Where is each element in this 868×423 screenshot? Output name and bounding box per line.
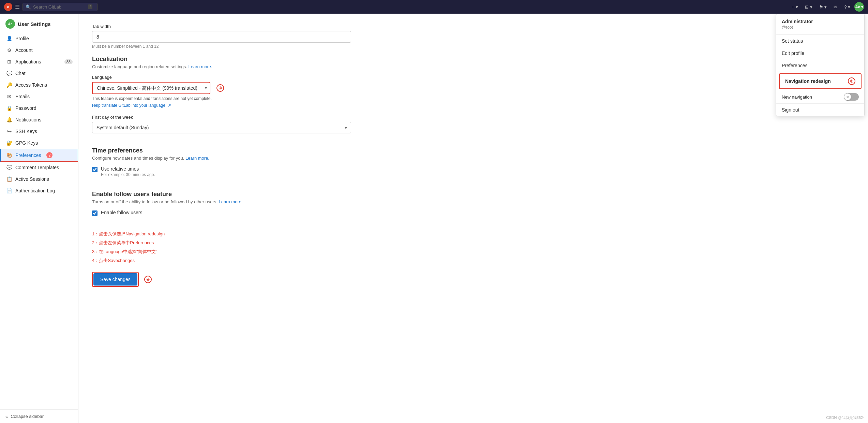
preferences-sidebar-icon: 🎨 bbox=[6, 152, 12, 158]
new-navigation-label: New navigation bbox=[782, 94, 812, 100]
sidebar-item-password[interactable]: 🔒 Password bbox=[0, 102, 78, 114]
help-button[interactable]: ? ▾ bbox=[841, 3, 853, 11]
sidebar-item-notifications[interactable]: 🔔 Notifications bbox=[0, 114, 78, 126]
active-sessions-icon: 📋 bbox=[6, 176, 12, 182]
sidebar-item-access-tokens[interactable]: 🔑 Access Tokens bbox=[0, 79, 78, 91]
save-changes-button[interactable]: Save changes bbox=[93, 273, 137, 286]
sidebar-item-applications-label: Applications bbox=[15, 59, 41, 64]
svg-text:G: G bbox=[7, 5, 9, 9]
tab-width-input[interactable] bbox=[92, 31, 351, 43]
emails-icon: ✉ bbox=[6, 94, 12, 99]
language-select-wrapper: Chinese, Simplified - 简体中文 (99% translat… bbox=[92, 82, 210, 94]
first-day-form-group: First day of the week System default (Su… bbox=[92, 115, 854, 133]
collapse-sidebar-label: Collapse sidebar bbox=[11, 414, 44, 419]
dropdown-header: Administrator @root bbox=[776, 14, 864, 35]
time-preferences-title: Time preferences bbox=[92, 147, 854, 154]
top-navigation: G ☰ 🔍 / + ▾ ⊞ ▾ ⚑ ▾ ✉ ? ▾ Ac ▾ bbox=[0, 0, 868, 14]
sidebar-item-authentication-log-label: Authentication Log bbox=[15, 188, 55, 193]
follow-users-desc: Turns on or off the ability to follow or… bbox=[92, 199, 854, 204]
toggle-knob: ✕ bbox=[844, 93, 851, 100]
sidebar-item-applications[interactable]: ⊞ Applications 88 bbox=[0, 56, 78, 68]
follow-users-section: Enable follow users feature Turns on or … bbox=[92, 191, 854, 216]
language-select[interactable]: Chinese, Simplified - 简体中文 (99% translat… bbox=[92, 82, 210, 94]
time-preferences-learn-more[interactable]: Learn more. bbox=[185, 156, 209, 161]
instructions-block: 1：点击头像选择Navigation redesign 2：点击左侧菜单中Pre… bbox=[92, 230, 854, 265]
sidebar-item-emails[interactable]: ✉ Emails bbox=[0, 91, 78, 102]
sidebar-item-password-label: Password bbox=[15, 105, 36, 111]
ssh-keys-icon: 🗝 bbox=[6, 129, 12, 134]
sidebar-item-ssh-keys-label: SSH Keys bbox=[15, 129, 37, 134]
follow-users-checkbox[interactable] bbox=[92, 210, 98, 216]
annotation-4: ④ bbox=[144, 276, 152, 283]
user-avatar-button[interactable]: Ac ▾ bbox=[854, 2, 864, 12]
search-icon: 🔍 bbox=[26, 4, 31, 10]
localization-title: Localization bbox=[92, 56, 854, 63]
preferences-red-badge: 2 bbox=[46, 152, 53, 158]
sidebar-item-authentication-log[interactable]: 📄 Authentication Log bbox=[0, 185, 78, 196]
sidebar-item-account[interactable]: ⚙ Account bbox=[0, 44, 78, 56]
search-box[interactable]: 🔍 / bbox=[23, 3, 98, 11]
first-day-select[interactable]: System default (Sunday) Monday Saturday … bbox=[92, 122, 351, 133]
admin-name: Administrator bbox=[782, 19, 859, 24]
watermark: CSDN @我就是我352· bbox=[826, 415, 864, 420]
sidebar-item-gpg-keys[interactable]: 🔐 GPG Keys bbox=[0, 137, 78, 149]
issues-button[interactable]: ⊞ ▾ bbox=[802, 3, 815, 11]
translate-link[interactable]: Help translate GitLab into your language bbox=[92, 103, 165, 108]
sidebar-item-comment-templates[interactable]: 💬 Comment Templates bbox=[0, 162, 78, 173]
instruction-line-4: 4：点击Savechanges bbox=[92, 256, 854, 265]
sidebar-item-ssh-keys[interactable]: 🗝 SSH Keys bbox=[0, 126, 78, 137]
sidebar: Ac User Settings 👤 Profile ⚙ Account ⊞ A… bbox=[0, 14, 78, 423]
new-navigation-toggle-row: New navigation ✕ bbox=[776, 90, 864, 103]
merge-requests-button[interactable]: ⚑ ▾ bbox=[817, 3, 830, 11]
sidebar-avatar: Ac bbox=[5, 19, 15, 29]
hamburger-menu[interactable]: ☰ bbox=[15, 4, 20, 10]
create-button[interactable]: + ▾ bbox=[789, 3, 801, 11]
follow-users-label: Enable follow users bbox=[101, 210, 142, 215]
relative-times-example: For example: 30 minutes ago. bbox=[101, 172, 155, 177]
save-button-wrapper: Save changes bbox=[92, 272, 139, 287]
profile-icon: 👤 bbox=[6, 36, 12, 41]
sidebar-navigation: 👤 Profile ⚙ Account ⊞ Applications 88 💬 … bbox=[0, 31, 78, 198]
collapse-sidebar-button[interactable]: « Collapse sidebar bbox=[0, 409, 78, 423]
relative-times-checkbox[interactable] bbox=[92, 167, 98, 172]
search-input[interactable] bbox=[33, 4, 81, 10]
language-label: Language bbox=[92, 75, 854, 80]
account-icon: ⚙ bbox=[6, 47, 12, 53]
sidebar-item-active-sessions[interactable]: 📋 Active Sessions bbox=[0, 173, 78, 185]
main-content: Tab width Must be a number between 1 and… bbox=[78, 14, 868, 423]
edit-profile-item[interactable]: Edit profile bbox=[776, 47, 864, 59]
gitlab-logo[interactable]: G bbox=[4, 3, 12, 11]
sidebar-item-profile-label: Profile bbox=[15, 36, 29, 41]
tab-width-label: Tab width bbox=[92, 24, 854, 29]
authentication-log-icon: 📄 bbox=[6, 188, 12, 193]
time-preferences-desc: Configure how dates and times display fo… bbox=[92, 156, 854, 161]
password-icon: 🔒 bbox=[6, 105, 12, 111]
follow-users-title: Enable follow users feature bbox=[92, 191, 854, 198]
localization-section: Localization Customize language and regi… bbox=[92, 56, 854, 133]
preferences-item[interactable]: Preferences bbox=[776, 59, 864, 72]
sign-out-item[interactable]: Sign out bbox=[776, 103, 864, 116]
sidebar-item-access-tokens-label: Access Tokens bbox=[15, 82, 47, 88]
annotation-3: ③ bbox=[216, 84, 224, 92]
sidebar-item-emails-label: Emails bbox=[15, 94, 30, 99]
todos-button[interactable]: ✉ bbox=[831, 3, 840, 11]
set-status-item[interactable]: Set status bbox=[776, 35, 864, 47]
sidebar-item-profile[interactable]: 👤 Profile bbox=[0, 33, 78, 44]
applications-badge: 88 bbox=[64, 59, 73, 64]
applications-icon: ⊞ bbox=[6, 59, 12, 64]
slash-badge: / bbox=[88, 4, 92, 9]
relative-times-row: Use relative times For example: 30 minut… bbox=[92, 166, 854, 177]
sidebar-item-chat[interactable]: 💬 Chat bbox=[0, 68, 78, 79]
tab-width-section: Tab width Must be a number between 1 and… bbox=[92, 24, 854, 49]
new-navigation-toggle[interactable]: ✕ bbox=[844, 93, 859, 101]
user-dropdown: Administrator @root Set status Edit prof… bbox=[776, 14, 865, 116]
localization-desc: Customize language and region related se… bbox=[92, 64, 854, 69]
nav-redesign-label: Navigation redesign bbox=[785, 78, 831, 84]
sidebar-item-active-sessions-label: Active Sessions bbox=[15, 176, 49, 182]
sidebar-item-preferences[interactable]: 🎨 Preferences 2 bbox=[0, 149, 78, 162]
page-layout: Ac User Settings 👤 Profile ⚙ Account ⊞ A… bbox=[0, 14, 868, 423]
localization-learn-more[interactable]: Learn more. bbox=[189, 64, 212, 69]
notifications-icon: 🔔 bbox=[6, 117, 12, 122]
follow-users-learn-more[interactable]: Learn more. bbox=[219, 199, 242, 204]
top-nav-icons: + ▾ ⊞ ▾ ⚑ ▾ ✉ ? ▾ Ac ▾ bbox=[789, 2, 864, 12]
